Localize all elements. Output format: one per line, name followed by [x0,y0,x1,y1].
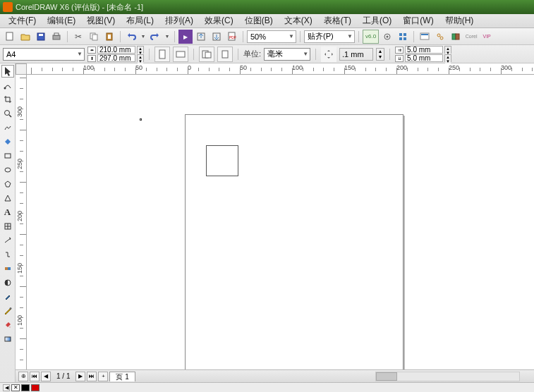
page-height-input[interactable]: 297.0 mm [97,54,135,62]
add-page-button[interactable]: ⊕ [18,372,28,381]
first-page-button[interactable]: ⏮ [30,372,40,381]
landscape-button[interactable] [173,47,188,62]
svg-rect-8 [108,35,111,39]
table-tool[interactable] [1,220,14,233]
palette-prev[interactable]: ◀ [3,384,10,391]
freehand-tool[interactable] [1,121,14,134]
shape-tool[interactable] [1,79,14,92]
prev-page-button[interactable]: ◀ [41,372,51,381]
welcome-button[interactable] [418,30,432,44]
dup-v-input[interactable]: 5.0 mm [405,54,443,62]
import-button[interactable] [194,30,208,44]
nudge-spinner[interactable]: ▲▼ [376,48,384,61]
svg-rect-23 [452,34,456,39]
horizontal-scrollbar[interactable] [375,372,520,381]
unit-select[interactable]: 毫米 ▼ [264,48,310,61]
standard-toolbar: ✂ ▼ ▼ ▸ PDF 50% ▼ 贴齐(P) ▼ v6.0 Corel VIP [0,28,534,45]
menu-file[interactable]: 文件(F) [3,13,42,28]
swatch-none[interactable] [11,384,20,391]
snap-select[interactable]: 贴齐(P) ▼ [304,30,355,43]
ruler-origin[interactable] [16,63,27,75]
unit-label: 单位: [243,49,261,59]
undo-dropdown[interactable]: ▼ [140,30,147,44]
interactive-fill-tool[interactable] [1,333,14,345]
options-button[interactable] [380,30,394,44]
paper-size-select[interactable]: A4 ▼ [3,48,85,61]
vip-button[interactable]: VIP [480,30,494,44]
rectangle-shape[interactable] [206,145,238,176]
paste-button[interactable] [102,30,116,44]
redo-dropdown[interactable]: ▼ [164,30,171,44]
docker-button[interactable] [449,30,463,44]
new-page-button[interactable]: + [98,372,108,381]
polygon-tool[interactable] [1,178,14,190]
launcher-button[interactable] [396,30,410,44]
page-tab[interactable]: 页 1 [109,372,135,381]
last-page-button[interactable]: ⏭ [87,372,97,381]
pick-tool[interactable] [1,65,14,78]
menu-help[interactable]: 帮助(H) [439,13,480,28]
transparency-tool[interactable] [1,276,14,289]
connector-tool[interactable] [1,248,14,261]
all-pages-button[interactable] [199,47,214,62]
zoom-tool[interactable] [1,107,14,120]
menu-text[interactable]: 文本(X) [279,13,318,28]
eyedropper-tool[interactable] [1,290,14,303]
portrait-button[interactable] [154,47,170,62]
outline-tool[interactable] [1,305,14,317]
menu-layout[interactable]: 布局(L) [121,13,159,28]
dup-h-spinner[interactable]: ▲▼ [444,46,451,54]
separator [300,31,301,42]
connect-button[interactable] [433,30,447,44]
vertical-ruler[interactable]: 300 250 200 150 100 50 [16,75,27,369]
fill-tool[interactable] [1,319,14,331]
smart-fill-tool[interactable] [1,135,14,148]
copy-button[interactable] [87,30,101,44]
open-button[interactable] [18,30,32,44]
menu-tools[interactable]: 工具(O) [357,13,397,28]
swatch-red[interactable] [31,384,40,391]
text-tool[interactable]: A [1,206,14,219]
dimension-tool[interactable] [1,234,14,247]
search-button[interactable]: ▸ [178,30,193,44]
horizontal-ruler[interactable]: 100 50 0 50 100 150 200 250 300 [27,63,534,75]
swatch-black[interactable] [21,384,30,391]
dup-v-spinner[interactable]: ▲▼ [444,54,451,62]
basic-shapes-tool[interactable] [1,192,14,204]
menu-bitmap[interactable]: 位图(B) [239,13,279,28]
scrollbar-thumb[interactable] [376,372,397,381]
crop-tool[interactable] [1,93,14,106]
dup-h-input[interactable]: 5.0 mm [405,46,443,54]
new-button[interactable] [3,30,17,44]
height-spinner[interactable]: ▲▼ [137,54,144,62]
cut-button[interactable]: ✂ [71,30,85,44]
zoom-level-select[interactable]: 50% ▼ [247,30,296,43]
rectangle-tool[interactable] [1,149,14,162]
corel-button[interactable]: Corel [464,30,478,44]
undo-button[interactable] [124,30,138,44]
drawing-viewport[interactable] [27,75,534,369]
menu-view[interactable]: 视图(V) [81,13,121,28]
current-page-button[interactable] [217,47,233,62]
ellipse-tool[interactable] [1,164,14,176]
menu-window[interactable]: 窗口(W) [397,13,439,28]
nudge-icon [321,47,336,62]
width-spinner[interactable]: ▲▼ [137,46,144,54]
publish-pdf-button[interactable]: PDF [225,30,239,44]
page-counter: 1 / 1 [52,372,74,380]
menu-table[interactable]: 表格(T) [318,13,357,28]
print-button[interactable] [49,30,63,44]
ruler-label: 300 [501,64,511,71]
ruler-label: 100 [83,64,94,71]
save-button[interactable] [34,30,48,44]
menu-arrange[interactable]: 排列(A) [159,13,199,28]
next-page-button[interactable]: ▶ [75,372,85,381]
page-width-input[interactable]: 210.0 mm [97,46,135,54]
export-button[interactable] [210,30,224,44]
menu-effects[interactable]: 效果(C) [199,13,239,28]
menu-edit[interactable]: 编辑(E) [42,13,81,28]
redo-button[interactable] [148,30,162,44]
interactive-tool[interactable] [1,262,14,275]
version-badge: v6.0 [363,30,379,44]
nudge-distance-input[interactable]: .1 mm [339,48,373,61]
